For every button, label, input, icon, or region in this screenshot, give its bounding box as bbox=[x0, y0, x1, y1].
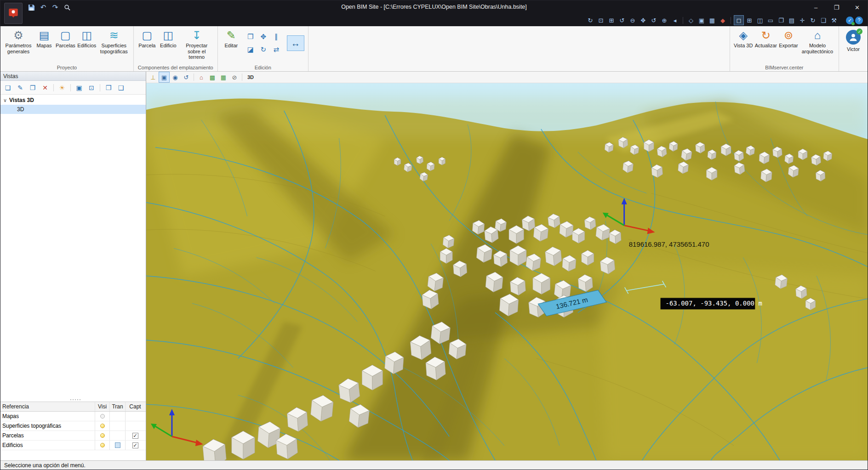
parametros-generales-button[interactable]: ⚙ Parámetros generales bbox=[3, 27, 34, 64]
tools-icon[interactable]: ⚒ bbox=[829, 16, 839, 25]
erase-icon[interactable]: ◪ bbox=[245, 44, 257, 56]
ucs-icon[interactable]: ⊥ bbox=[148, 72, 158, 82]
materials-icon[interactable]: ◆ bbox=[718, 16, 727, 25]
tile-views-icon[interactable]: ◫ bbox=[755, 16, 765, 25]
group-caption: Edición bbox=[218, 65, 308, 70]
exportar-button[interactable]: ⊚ Exportar bbox=[778, 27, 799, 64]
visibility-bulb-icon[interactable] bbox=[100, 424, 105, 428]
visibility-bulb-icon[interactable] bbox=[100, 443, 105, 447]
close-button[interactable]: ✕ bbox=[847, 0, 868, 14]
grid-icon[interactable]: ▦ bbox=[708, 16, 717, 25]
app-logo-icon[interactable] bbox=[4, 3, 23, 24]
scale-bar-icon[interactable]: ▭ bbox=[766, 16, 775, 25]
superficies-topograficas-button[interactable]: ≋ Superficies topográficas bbox=[97, 27, 131, 64]
sun-path-icon[interactable]: ☀ bbox=[57, 82, 68, 93]
hide-elements-icon[interactable]: ⊘ bbox=[229, 72, 240, 82]
snapshot-icon[interactable]: ▣ bbox=[74, 82, 85, 93]
cursor-coordinates-tooltip: -63.007, -93.435, 0.000 m bbox=[661, 298, 762, 309]
rotate-view-icon[interactable]: ↻ bbox=[586, 16, 595, 25]
restore-button[interactable]: ❐ bbox=[826, 0, 847, 14]
column-header-visi: Visi bbox=[95, 402, 110, 411]
save-icon[interactable] bbox=[26, 2, 36, 12]
rotate-icon[interactable]: ↻ bbox=[257, 44, 269, 56]
zoom-window-icon[interactable]: ⊞ bbox=[607, 16, 616, 25]
column-header-capt: Capt bbox=[126, 402, 145, 411]
pan-icon[interactable]: ✥ bbox=[639, 16, 648, 25]
table-row-mapas[interactable]: Mapas bbox=[0, 412, 146, 421]
transparency-box-icon[interactable] bbox=[115, 442, 120, 448]
chevron-down-icon[interactable]: ∨ bbox=[3, 97, 7, 103]
crop-icon[interactable]: ▤ bbox=[787, 16, 796, 25]
capture-checkbox[interactable] bbox=[132, 433, 138, 439]
edificio-button[interactable]: ◫ Edificio bbox=[158, 27, 179, 64]
vista-3d-button[interactable]: ◈ Vista 3D bbox=[733, 27, 754, 64]
perspective-icon[interactable]: ◇ bbox=[686, 16, 696, 25]
column-header-referencia: Referencia bbox=[0, 402, 95, 411]
modelo-arquitectonico-button[interactable]: ⌂ Modelo arquitectónico bbox=[799, 27, 836, 64]
pencil-icon: ✎ bbox=[227, 28, 236, 42]
3d-viewport-canvas[interactable]: 819616.987, 4735651.470 136.721 m -63.00… bbox=[146, 83, 868, 460]
help-icon[interactable]: ? bbox=[855, 17, 863, 24]
user-avatar[interactable]: ✓ bbox=[846, 30, 861, 45]
ribbon: ⚙ Parámetros generales ▤ Mapas ▢ Parcela… bbox=[0, 26, 868, 72]
refresh-icon[interactable]: ↻ bbox=[808, 16, 817, 25]
edit-view-icon[interactable]: ✎ bbox=[15, 82, 26, 93]
undo-icon[interactable]: ↶ bbox=[38, 2, 48, 12]
buildings-visibility-icon[interactable]: ⌂ bbox=[196, 72, 206, 82]
minimize-button[interactable]: – bbox=[805, 0, 826, 14]
regen-icon[interactable]: ↺ bbox=[617, 16, 627, 25]
grid-visibility-icon[interactable]: ▦ bbox=[218, 72, 228, 82]
add-view-icon[interactable]: ❏ bbox=[2, 82, 13, 93]
visibility-icon[interactable]: ◉ bbox=[170, 72, 180, 82]
toolbar-separator bbox=[70, 84, 71, 91]
view-cube-icon[interactable]: ▣ bbox=[159, 72, 169, 82]
edificios-button[interactable]: ◫ Edificios bbox=[76, 27, 97, 64]
proyectar-sobre-terreno-button[interactable]: ↧ Proyectar sobre el terreno bbox=[179, 27, 215, 64]
report-icon[interactable]: ❒ bbox=[103, 82, 114, 93]
copy-icon[interactable]: ❐ bbox=[245, 31, 257, 43]
parcels-icon: ▢ bbox=[60, 28, 71, 42]
zoom-extents-icon[interactable]: ⊡ bbox=[596, 16, 605, 25]
table-row-edificios[interactable]: Edificios bbox=[0, 441, 146, 450]
clipboard-icon[interactable]: ❐ bbox=[777, 16, 786, 25]
mapas-button[interactable]: ▤ Mapas bbox=[34, 27, 55, 64]
visibility-bulb-icon[interactable] bbox=[100, 433, 105, 438]
mirror-icon[interactable]: ⇄ bbox=[270, 44, 282, 56]
capture-checkbox[interactable] bbox=[132, 442, 138, 448]
north-icon[interactable]: ✛ bbox=[798, 16, 807, 25]
zoom-out-icon[interactable]: ⊖ bbox=[628, 16, 637, 25]
single-view-icon[interactable]: ◻ bbox=[734, 16, 743, 25]
parcela-button[interactable]: ▢ Parcela bbox=[137, 27, 158, 64]
tree-root-label: Vistas 3D bbox=[9, 97, 34, 103]
redo-icon[interactable]: ↷ bbox=[50, 2, 60, 12]
parcelas-button[interactable]: ▢ Parcelas bbox=[55, 27, 76, 64]
orbit-icon[interactable]: ↺ bbox=[649, 16, 658, 25]
stretch-icon[interactable]: ∥ bbox=[270, 31, 282, 43]
tree-item-3d[interactable]: 3D bbox=[0, 105, 146, 114]
tree-node-vistas-3d[interactable]: ∨ Vistas 3D bbox=[0, 96, 146, 105]
center-view-icon[interactable]: ⊕ bbox=[660, 16, 669, 25]
connection-status-icon[interactable]: ✓ bbox=[846, 17, 854, 24]
grid-views-icon[interactable]: ⊞ bbox=[745, 16, 754, 25]
orbit-tool-icon[interactable]: ↺ bbox=[181, 72, 191, 82]
panel-splitter[interactable] bbox=[0, 397, 146, 402]
parcel-icon: ▢ bbox=[142, 28, 152, 42]
actualizar-button[interactable]: ↻ Actualizar bbox=[754, 27, 778, 64]
move-icon[interactable]: ✥ bbox=[257, 31, 269, 43]
table-row-parcelas[interactable]: Parcelas bbox=[0, 431, 146, 441]
comment-icon[interactable]: ❑ bbox=[819, 16, 828, 25]
snapshot-gallery-icon[interactable]: ⊡ bbox=[86, 82, 97, 93]
measure-icon[interactable]: ↔ bbox=[287, 35, 304, 51]
toolbar-separator bbox=[53, 84, 54, 91]
table-row-superficies[interactable]: Superficies topográficas bbox=[0, 421, 146, 431]
visibility-bulb-icon[interactable] bbox=[100, 414, 105, 419]
delete-view-icon[interactable]: ✕ bbox=[40, 82, 51, 93]
surfaces-visibility-icon[interactable]: ▩ bbox=[207, 72, 217, 82]
export-view-icon[interactable]: ❑ bbox=[115, 82, 126, 93]
search-icon[interactable] bbox=[62, 2, 72, 12]
editar-button[interactable]: ✎ Editar bbox=[221, 27, 242, 64]
image-icon[interactable]: ▣ bbox=[697, 16, 706, 25]
mode-3d-icon[interactable]: 3D bbox=[245, 72, 257, 82]
previous-view-icon[interactable]: ◂ bbox=[670, 16, 680, 25]
duplicate-view-icon[interactable]: ❐ bbox=[27, 82, 38, 93]
